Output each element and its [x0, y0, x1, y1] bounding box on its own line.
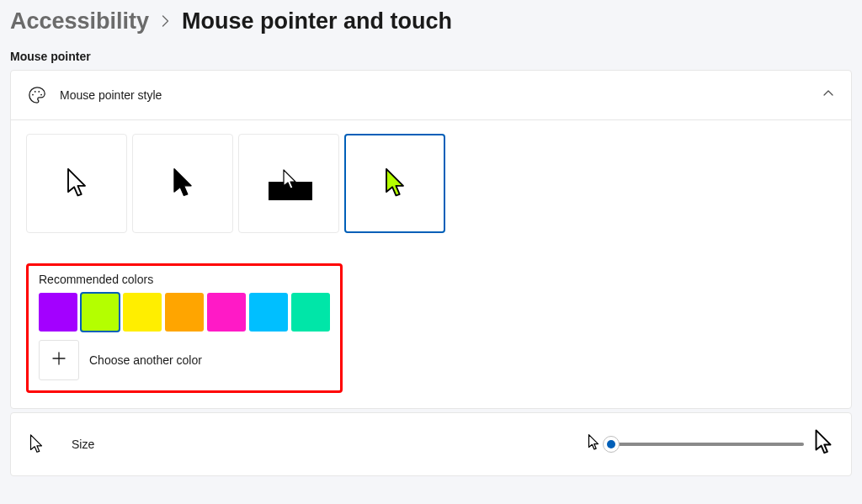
breadcrumb-parent[interactable]: Accessibility [10, 8, 149, 34]
breadcrumb-separator [161, 11, 170, 33]
cursor-small-icon [587, 433, 600, 455]
choose-another-color-button[interactable] [39, 340, 79, 380]
color-swatch-magenta[interactable] [207, 293, 246, 332]
color-swatch-orange[interactable] [165, 293, 204, 332]
cursor-inverted-icon [260, 163, 317, 204]
color-swatch-yellow[interactable] [123, 293, 162, 332]
svg-point-3 [40, 94, 42, 96]
pointer-style-option-custom[interactable] [344, 134, 445, 233]
slider-track [609, 443, 804, 446]
cursor-black-icon [170, 167, 195, 200]
size-slider-group [587, 428, 834, 460]
pointer-style-options [11, 120, 851, 253]
pointer-style-option-inverted[interactable] [238, 134, 339, 233]
pointer-style-title: Mouse pointer style [60, 88, 822, 102]
palette-icon [28, 86, 60, 104]
color-swatch-lime[interactable] [81, 293, 120, 332]
svg-point-1 [35, 91, 36, 93]
plus-icon [51, 349, 67, 371]
slider-thumb[interactable] [603, 436, 620, 453]
size-title: Size [72, 438, 575, 451]
cursor-large-icon [812, 428, 834, 460]
breadcrumb-current: Mouse pointer and touch [182, 8, 452, 34]
color-swatch-teal[interactable] [291, 293, 330, 332]
svg-point-2 [38, 91, 40, 93]
pointer-style-header[interactable]: Mouse pointer style [11, 71, 851, 120]
size-slider[interactable] [609, 437, 804, 452]
pointer-style-option-black[interactable] [132, 134, 233, 233]
cursor-size-icon [28, 433, 60, 455]
color-swatch-cyan[interactable] [249, 293, 288, 332]
section-label-mouse-pointer: Mouse pointer [0, 50, 862, 70]
choose-another-color-label: Choose another color [89, 353, 202, 367]
breadcrumb: Accessibility Mouse pointer and touch [0, 0, 862, 50]
cursor-custom-icon [382, 167, 407, 200]
choose-another-color-row: Choose another color [39, 340, 330, 380]
cursor-white-icon [64, 167, 89, 200]
pointer-style-option-white[interactable] [26, 134, 127, 233]
recommended-colors-title: Recommended colors [39, 273, 330, 286]
size-card: Size [10, 412, 852, 476]
color-swatch-purple[interactable] [39, 293, 77, 332]
chevron-up-icon [822, 88, 834, 103]
recommended-colors-panel: Recommended colors Choose another color [26, 263, 343, 393]
pointer-style-card: Mouse pointer style [10, 70, 852, 409]
color-swatches [39, 293, 330, 332]
svg-point-0 [32, 94, 34, 96]
